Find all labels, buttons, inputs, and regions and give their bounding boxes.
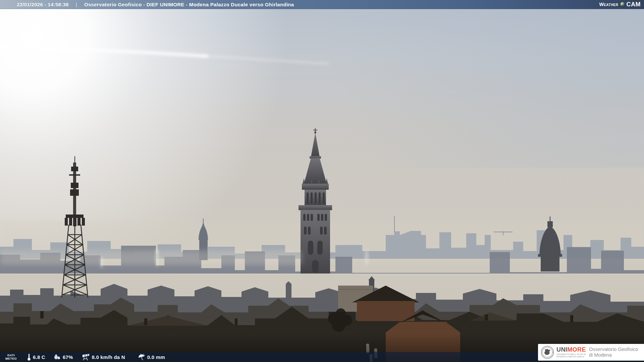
unimore-word-more: MORE bbox=[567, 346, 586, 353]
umbrella-rain-icon bbox=[138, 353, 145, 361]
humidity-metric: 67% bbox=[53, 354, 73, 360]
windsock-icon bbox=[82, 353, 90, 361]
unimore-logotype: UNIMORE UNIVERSITÀ DEGLI STUDI DI MODENA… bbox=[556, 347, 586, 358]
unimore-subtitle: UNIVERSITÀ DEGLI STUDI DI MODENA E REGGI… bbox=[556, 353, 586, 358]
separator: | bbox=[76, 2, 77, 7]
unimore-seal-icon bbox=[541, 346, 554, 359]
thermometer-icon bbox=[27, 353, 31, 361]
humidity-value: 67% bbox=[63, 354, 73, 360]
weathercam-word-weather: Weather bbox=[599, 2, 618, 7]
temperature-value: 6.8 C bbox=[33, 354, 45, 360]
camera-title: Osservatorio Geofisico - DIEF UNIMORE - … bbox=[84, 2, 294, 7]
rain-metric: 0.0 mm bbox=[138, 353, 165, 361]
meteo-data-label: DATI METEO bbox=[5, 354, 17, 360]
rain-value: 0.0 mm bbox=[147, 354, 165, 360]
camera-lens-icon bbox=[620, 2, 625, 7]
wind-value: 8.0 km/h da N bbox=[92, 354, 125, 360]
webcam-frame: 22/01/2026 - 14:58:38 | Osservatorio Geo… bbox=[0, 0, 644, 362]
webcam-photo bbox=[0, 0, 644, 362]
top-bar: 22/01/2026 - 14:58:38 | Osservatorio Geo… bbox=[0, 0, 644, 9]
unimore-word-uni: UNI bbox=[556, 346, 567, 353]
water-drops-icon bbox=[53, 354, 61, 360]
observatory-name: Osservatorio Geofisico di Modena bbox=[589, 347, 638, 358]
timestamp: 22/01/2026 - 14:58:38 bbox=[0, 2, 69, 7]
wind-metric: 8.0 km/h da N bbox=[82, 353, 125, 361]
unimore-logo-card[interactable]: UNIMORE UNIVERSITÀ DEGLI STUDI DI MODENA… bbox=[538, 344, 644, 361]
weathercam-word-cam: CAM bbox=[627, 1, 641, 8]
weathercam-logo[interactable]: Weather CAM bbox=[599, 1, 644, 8]
temperature-metric: 6.8 C bbox=[27, 353, 45, 361]
